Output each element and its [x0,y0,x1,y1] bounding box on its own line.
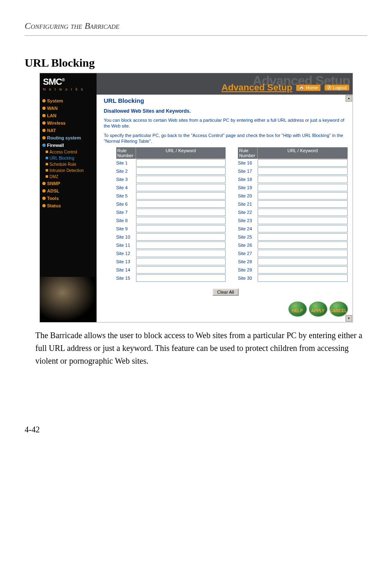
col-keyword: URL / Keyword [136,147,226,159]
url-keyword-input[interactable] [136,258,226,265]
url-keyword-input[interactable] [136,250,226,257]
sidebar-item-lan[interactable]: LAN [42,112,95,119]
rule-label: Site 29 [238,267,258,272]
url-keyword-input[interactable] [136,200,226,208]
rule-row: Site 19 [238,183,348,192]
scroll-up-icon[interactable]: ▴ [346,95,352,102]
rule-label: Site 11 [116,243,136,248]
rule-label: Site 7 [116,210,136,215]
sidebar-sub-schedule-rule[interactable]: Schedule Rule [42,161,95,167]
sidebar-item-wan[interactable]: WAN [42,104,95,112]
url-keyword-input[interactable] [258,233,348,241]
sidebar-item-snmp[interactable]: SNMP [42,180,95,187]
sidebar-item-routing-system[interactable]: Routing system [42,134,95,142]
rule-label: Site 4 [116,185,136,190]
url-keyword-input[interactable] [258,167,348,175]
rule-label: Site 19 [238,185,258,190]
cancel-button[interactable]: CANCEL [330,302,348,316]
rule-row: Site 30 [238,274,348,282]
rule-label: Site 9 [116,226,136,231]
screenshot: SMC® N e t w o r k s Advanced Setup Adva… [39,73,353,323]
sidebar-item-tools[interactable]: Tools [42,195,95,202]
url-keyword-input[interactable] [258,192,348,200]
rule-row: Site 20 [238,192,348,200]
help-button[interactable]: HELP [288,302,307,316]
col-rule: Rule Number [238,147,258,159]
url-keyword-input[interactable] [258,266,348,274]
rule-row: Site 26 [238,241,348,249]
url-keyword-input[interactable] [136,266,226,274]
url-keyword-input[interactable] [258,241,348,249]
rule-label: Site 18 [238,177,258,182]
rule-row: Site 13 [116,258,226,266]
rule-row: Site 21 [238,200,348,208]
url-keyword-input[interactable] [258,274,348,282]
url-keyword-input[interactable] [136,274,226,282]
url-keyword-input[interactable] [136,217,226,224]
rule-row: Site 5 [116,192,226,200]
sidebar-sub-access-control[interactable]: Access Control [42,149,95,155]
col-keyword: URL / Keyword [258,147,348,159]
sidebar-item-wireless[interactable]: Wireless [42,119,95,127]
sidebar-item-nat[interactable]: NAT [42,127,95,134]
rule-row: Site 12 [116,249,226,258]
home-button[interactable]: 🏠 Home [296,85,320,91]
sidebar-sub-intrusion-detection[interactable]: Intrusion Detection [42,167,95,174]
rule-row: Site 6 [116,200,226,208]
url-keyword-input[interactable] [136,176,226,183]
grid-right-col: Site 16Site 17Site 18Site 19Site 20Site … [238,159,348,282]
rule-row: Site 10 [116,233,226,241]
url-keyword-input[interactable] [136,159,226,167]
rule-label: Site 26 [238,243,258,248]
url-keyword-input[interactable] [136,167,226,175]
rule-label: Site 2 [116,169,136,174]
url-keyword-input[interactable] [136,192,226,200]
url-keyword-input[interactable] [258,258,348,265]
url-keyword-input[interactable] [136,241,226,249]
logout-button[interactable]: ⦿ Logout [325,85,349,91]
rule-label: Site 30 [238,276,258,281]
app-body: SystemWANLANWirelessNATRouting system Fi… [40,95,353,322]
rule-row: Site 25 [238,233,348,241]
sidebar-item-system[interactable]: System [42,97,95,104]
brand-block: SMC® N e t w o r k s [40,73,97,95]
rule-label: Site 3 [116,177,136,182]
sidebar-item-status[interactable]: Status [42,202,95,209]
apply-button[interactable]: APPLY [309,302,327,316]
url-keyword-input[interactable] [258,209,348,216]
rule-row: Site 29 [238,266,348,274]
sidebar-item-adsl[interactable]: ADSL [42,187,95,195]
rule-row: Site 15 [116,274,226,282]
clear-bar: Clear All [104,288,348,296]
grid-head-right: Rule Number URL / Keyword [238,147,348,159]
sidebar-sub-dmz[interactable]: DMZ [42,174,95,180]
rule-label: Site 20 [238,193,258,198]
clear-all-button[interactable]: Clear All [212,288,239,296]
sidebar-group-top: SystemWANLANWirelessNATRouting system [42,97,95,142]
rule-label: Site 24 [238,226,258,231]
url-keyword-input[interactable] [258,176,348,183]
url-keyword-input[interactable] [258,225,348,232]
scroll-down-icon[interactable]: ▾ [346,315,352,322]
url-keyword-input[interactable] [258,250,348,257]
brand-logo: SMC® [43,77,97,87]
url-keyword-input[interactable] [136,225,226,232]
url-keyword-input[interactable] [136,233,226,241]
sidebar-item-firewall[interactable]: Firewall [42,142,95,149]
rule-row: Site 16 [238,159,348,167]
desc-2: To specify the particular PC, go back to… [104,132,348,144]
rule-row: Site 11 [116,241,226,249]
rule-row: Site 9 [116,225,226,233]
rule-label: Site 1 [116,160,136,165]
url-keyword-input[interactable] [258,200,348,208]
url-keyword-input[interactable] [258,217,348,224]
url-keyword-input[interactable] [136,184,226,191]
sidebar-sub-url-blocking[interactable]: URL Blocking [42,155,95,161]
sidebar: SystemWANLANWirelessNATRouting system Fi… [40,95,97,322]
url-keyword-input[interactable] [258,184,348,191]
rule-row: Site 8 [116,216,226,225]
divider [25,35,367,36]
url-keyword-input[interactable] [258,159,348,167]
url-keyword-input[interactable] [136,209,226,216]
rules-grid: Rule Number URL / Keyword Site 1Site 2Si… [116,147,348,282]
